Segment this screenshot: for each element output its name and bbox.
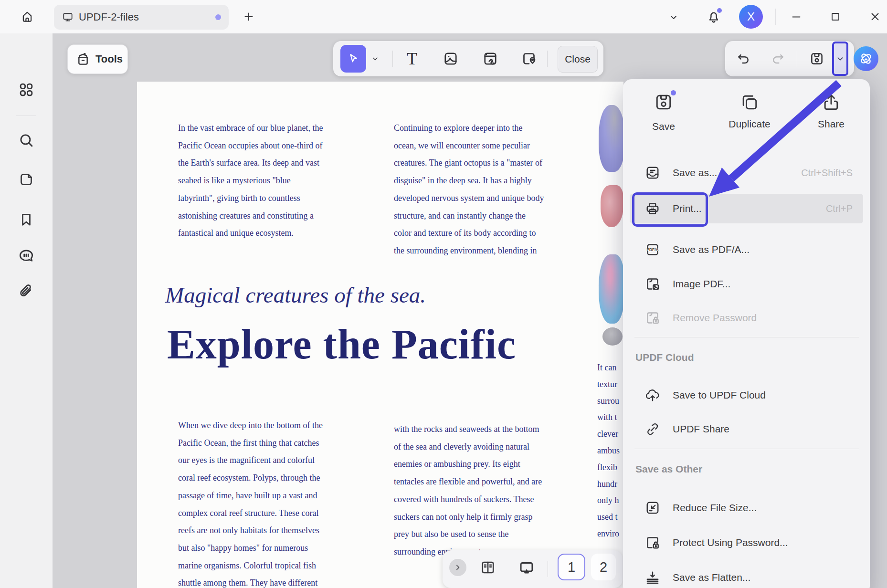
menu-divider	[634, 337, 859, 337]
avatar[interactable]: X	[739, 5, 763, 29]
text-tool-icon: T	[407, 49, 417, 69]
presentation-icon	[517, 558, 536, 577]
menu-item-updf-share[interactable]: UPDF Share	[630, 414, 863, 444]
tools-button[interactable]: Tools	[67, 44, 128, 74]
sidebar-item-apps[interactable]	[16, 79, 37, 100]
image-icon	[442, 50, 459, 67]
save-as-icon	[644, 164, 661, 181]
menu-item-image-pdf[interactable]: Image PDF...	[630, 269, 863, 299]
duplicate-icon	[739, 92, 760, 113]
chevron-right-icon	[453, 563, 463, 572]
menu-item-label: Save as PDF/A...	[673, 244, 750, 255]
menu-item-reduce-file-size[interactable]: Reduce File Size...	[630, 493, 863, 523]
page-number: 1	[568, 559, 575, 575]
menu-item-save-as[interactable]: Save as... Ctrl+Shift+S	[630, 158, 863, 188]
flatten-icon	[644, 569, 661, 586]
sidebar-item-comments[interactable]	[16, 245, 37, 266]
page-button-1[interactable]: 1	[558, 554, 585, 580]
unsaved-dot	[215, 14, 221, 20]
home-icon	[20, 10, 34, 24]
edit-toolbar: T Close	[333, 41, 603, 76]
menu-action-duplicate[interactable]: Duplicate	[714, 92, 785, 130]
menu-item-save-as-pdfa[interactable]: PDF/A Save as PDF/A...	[630, 234, 863, 265]
link-tool-button[interactable]	[479, 49, 501, 69]
anemone-illustration	[599, 105, 625, 172]
cursor-icon	[346, 52, 360, 66]
presentation-mode-button[interactable]	[517, 558, 537, 577]
notifications-button[interactable]	[705, 7, 723, 26]
menu-section-header-cloud: UPDF Cloud	[635, 352, 694, 363]
paragraph-fragment-column: It can textur surrou with t clever ambus…	[597, 359, 626, 542]
menu-item-label: Save to UPDF Cloud	[673, 389, 766, 401]
select-tool-button[interactable]	[340, 45, 366, 73]
menu-item-save-to-updf-cloud[interactable]: Save to UPDF Cloud	[630, 380, 863, 410]
close-icon	[869, 10, 881, 23]
tab-title: UPDF-2-files	[79, 11, 139, 23]
menu-item-protect-password[interactable]: Protect Using Password...	[630, 527, 863, 558]
toolbar-divider	[392, 51, 393, 67]
document-heading: Explore the Pacific	[167, 320, 616, 368]
sidebar-item-attachments[interactable]	[16, 281, 37, 302]
reduce-file-size-icon	[644, 499, 661, 516]
close-edit-label: Close	[565, 53, 591, 65]
reading-mode-button[interactable]	[478, 558, 498, 577]
menu-action-label: Save	[652, 121, 675, 132]
maximize-button[interactable]	[828, 9, 843, 24]
undo-button[interactable]	[733, 50, 754, 68]
minimize-icon	[790, 10, 803, 23]
tools-icon	[75, 52, 91, 67]
chevron-down-icon	[668, 11, 679, 23]
menu-item-label: UPDF Share	[673, 423, 729, 435]
menu-item-shortcut: Ctrl+P	[826, 203, 853, 214]
select-tool-dropdown[interactable]	[369, 52, 382, 66]
menu-action-save[interactable]: Save	[628, 92, 699, 132]
page-mark-tool-button[interactable]	[518, 49, 540, 69]
ai-assistant-button[interactable]	[854, 46, 878, 71]
menu-item-label: Save as...	[673, 167, 717, 178]
chevron-down-icon	[370, 54, 380, 63]
menu-item-shortcut: Ctrl+Shift+S	[801, 168, 853, 178]
document-tab[interactable]: UPDF-2-files	[54, 5, 229, 30]
menu-section-header-other: Save as Other	[635, 463, 702, 475]
ai-assistant-icon	[858, 51, 874, 67]
notification-dot	[717, 8, 722, 13]
redo-icon	[771, 51, 786, 66]
menu-action-share[interactable]: Share	[795, 92, 867, 130]
menu-item-save-as-flatten[interactable]: Save as Flatten...	[630, 562, 863, 588]
menu-item-label: Save as Flatten...	[673, 572, 750, 583]
sidebar-item-search[interactable]	[16, 130, 37, 151]
app-window: UPDF-2-files X	[0, 0, 887, 588]
titlebar-divider	[775, 9, 776, 25]
sidebar-divider	[16, 116, 36, 116]
monitor-icon	[62, 11, 74, 23]
menu-item-remove-password: Remove Password	[630, 303, 863, 333]
toolbar-divider	[547, 51, 548, 67]
page-thumbnails-icon	[18, 171, 35, 188]
close-edit-button[interactable]: Close	[558, 46, 598, 73]
close-window-button[interactable]	[867, 9, 883, 24]
link-icon	[644, 420, 661, 438]
share-icon	[821, 92, 842, 113]
new-tab-button[interactable]	[241, 9, 256, 24]
menu-action-label: Duplicate	[729, 118, 771, 130]
minimize-button[interactable]	[788, 9, 804, 24]
image-tool-button[interactable]	[440, 49, 462, 69]
expand-pager-button[interactable]	[449, 559, 466, 576]
redo-button[interactable]	[768, 50, 789, 68]
pager-divider	[548, 561, 548, 577]
text-tool-button[interactable]: T	[401, 49, 423, 69]
page-button-2[interactable]: 2	[591, 554, 616, 580]
sidebar-item-bookmarks[interactable]	[16, 209, 37, 230]
unsaved-dot	[671, 90, 676, 95]
pdf-page: In the vast embrace of our blue planet, …	[137, 82, 623, 588]
save-options-menu: Save Duplicate Share Save as... Ctr	[623, 79, 870, 588]
comment-icon	[17, 247, 35, 265]
search-icon	[17, 131, 35, 149]
home-button[interactable]	[18, 8, 36, 26]
remove-password-icon	[644, 309, 661, 326]
sidebar-item-pages[interactable]	[16, 169, 37, 190]
protect-password-icon	[644, 534, 661, 551]
tabs-dropdown-button[interactable]	[666, 10, 681, 25]
save-button[interactable]	[806, 49, 827, 68]
title-bar: UPDF-2-files X	[0, 0, 887, 33]
